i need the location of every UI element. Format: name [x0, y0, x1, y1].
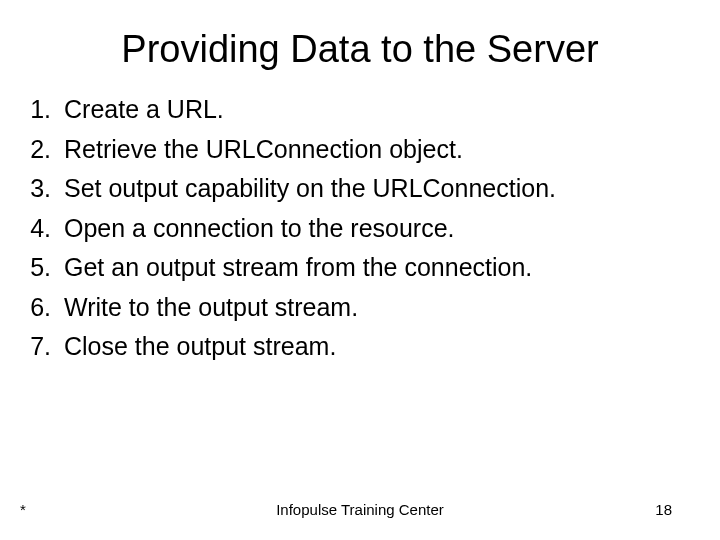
list-item: Set output capability on the URLConnecti…	[58, 170, 700, 208]
step-list: Create a URL. Retrieve the URLConnection…	[0, 91, 720, 366]
list-item: Close the output stream.	[58, 328, 700, 366]
page-title: Providing Data to the Server	[0, 0, 720, 91]
footer-center: Infopulse Training Center	[0, 501, 720, 518]
list-item: Write to the output stream.	[58, 289, 700, 327]
page-number: 18	[655, 501, 672, 518]
list-item: Retrieve the URLConnection object.	[58, 131, 700, 169]
list-item: Open a connection to the resource.	[58, 210, 700, 248]
list-item: Get an output stream from the connection…	[58, 249, 700, 287]
list-item: Create a URL.	[58, 91, 700, 129]
slide: Providing Data to the Server Create a UR…	[0, 0, 720, 540]
